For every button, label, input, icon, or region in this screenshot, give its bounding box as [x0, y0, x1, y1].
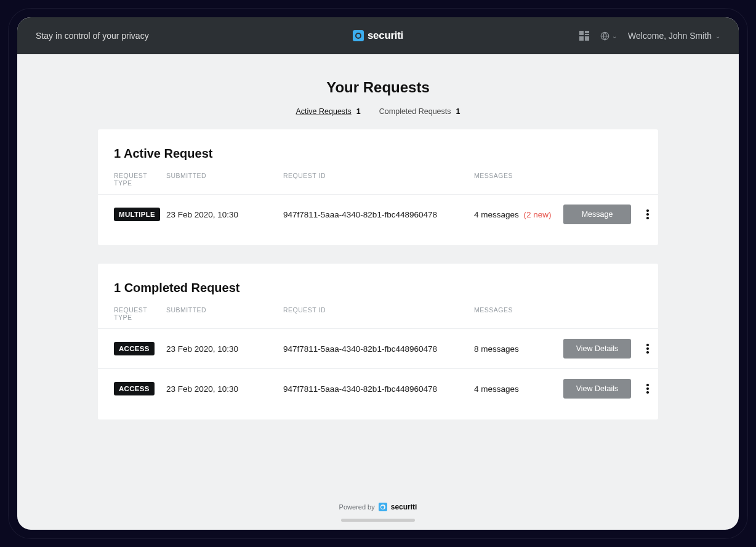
request-id: 947f7811-5aaa-4340-82b1-fbc448960478 — [283, 384, 474, 394]
svg-rect-4 — [585, 36, 589, 41]
more-options-icon[interactable] — [642, 344, 653, 354]
svg-rect-1 — [585, 31, 589, 33]
col-messages: MESSAGES — [474, 172, 563, 187]
col-request-type: REQUEST TYPE — [114, 172, 166, 187]
messages-count: 8 messages — [474, 344, 563, 354]
request-type-badge: ACCESS — [114, 382, 155, 395]
top-bar: Stay in control of your privacy securiti… — [17, 17, 739, 54]
footer-brand: securiti — [391, 503, 417, 511]
table-header: REQUEST TYPE SUBMITTED REQUEST ID MESSAG… — [98, 172, 658, 194]
col-submitted: SUBMITTED — [166, 172, 283, 187]
col-submitted: SUBMITTED — [166, 306, 283, 321]
panel-title: 1 Completed Request — [98, 281, 658, 306]
col-request-id: REQUEST ID — [283, 306, 474, 321]
table-row: ACCESS 23 Feb 2020, 10:30 947f7811-5aaa-… — [98, 328, 658, 368]
footer: Powered by securiti — [17, 490, 739, 530]
request-type-badge: MULTIPLE — [114, 208, 160, 221]
tab-label: Completed Requests — [379, 107, 451, 116]
tab-count: 1 — [356, 107, 361, 116]
request-type-badge: ACCESS — [114, 342, 155, 355]
messages-count: 4 messages (2 new) — [474, 210, 563, 219]
brand-logo[interactable]: securiti — [353, 30, 403, 42]
logo-icon — [353, 30, 364, 41]
chevron-down-icon: ⌄ — [715, 33, 720, 39]
svg-rect-3 — [579, 36, 584, 41]
col-messages: MESSAGES — [474, 306, 563, 321]
more-options-icon[interactable] — [642, 384, 653, 394]
submitted-date: 23 Feb 2020, 10:30 — [166, 210, 283, 219]
table-header: REQUEST TYPE SUBMITTED REQUEST ID MESSAG… — [98, 306, 658, 328]
brand-name: securiti — [368, 30, 403, 42]
col-request-type: REQUEST TYPE — [114, 306, 166, 321]
tab-active-requests[interactable]: Active Requests 1 — [296, 107, 361, 116]
tab-completed-requests[interactable]: Completed Requests 1 — [379, 107, 460, 116]
page-title: Your Requests — [326, 79, 430, 96]
request-id: 947f7811-5aaa-4340-82b1-fbc448960478 — [283, 210, 474, 219]
view-details-button[interactable]: View Details — [563, 379, 631, 399]
apps-grid-icon[interactable] — [579, 31, 589, 41]
tab-count: 1 — [456, 107, 460, 116]
request-tabs: Active Requests 1 Completed Requests 1 — [296, 107, 460, 116]
main-content: Your Requests Active Requests 1 Complete… — [17, 54, 739, 490]
submitted-date: 23 Feb 2020, 10:30 — [166, 344, 283, 354]
svg-rect-0 — [579, 31, 584, 35]
more-options-icon[interactable] — [642, 209, 653, 219]
welcome-text: Welcome, John Smith — [628, 31, 712, 41]
tab-label: Active Requests — [296, 107, 352, 116]
chevron-down-icon: ⌄ — [612, 33, 617, 39]
active-requests-panel: 1 Active Request REQUEST TYPE SUBMITTED … — [98, 129, 658, 245]
request-id: 947f7811-5aaa-4340-82b1-fbc448960478 — [283, 344, 474, 354]
table-row: ACCESS 23 Feb 2020, 10:30 947f7811-5aaa-… — [98, 368, 658, 408]
messages-count: 4 messages — [474, 384, 563, 394]
tagline: Stay in control of your privacy — [36, 31, 353, 41]
device-frame: Stay in control of your privacy securiti… — [9, 9, 747, 538]
language-selector[interactable]: ⌄ — [600, 31, 617, 41]
new-messages: (2 new) — [524, 210, 552, 219]
submitted-date: 23 Feb 2020, 10:30 — [166, 384, 283, 394]
table-row: MULTIPLE 23 Feb 2020, 10:30 947f7811-5aa… — [98, 194, 658, 234]
panel-title: 1 Active Request — [98, 147, 658, 172]
horizontal-scrollbar[interactable] — [341, 519, 415, 522]
view-details-button[interactable]: View Details — [563, 339, 631, 359]
col-request-id: REQUEST ID — [283, 172, 474, 187]
app-screen: Stay in control of your privacy securiti… — [17, 17, 739, 530]
svg-rect-2 — [585, 34, 589, 35]
logo-icon — [379, 503, 387, 511]
user-menu[interactable]: Welcome, John Smith ⌄ — [628, 31, 720, 41]
powered-by-text: Powered by — [339, 503, 375, 511]
completed-requests-panel: 1 Completed Request REQUEST TYPE SUBMITT… — [98, 264, 658, 419]
message-button[interactable]: Message — [563, 205, 631, 224]
